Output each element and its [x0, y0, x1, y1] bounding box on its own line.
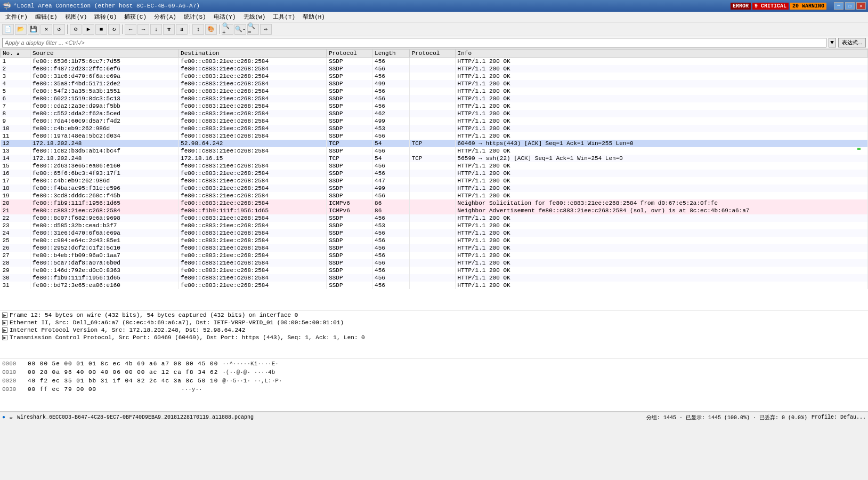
table-row[interactable]: 7fe80::cda2:2a3e:d99a:f5bbfe80::c883:21e…	[1, 102, 868, 110]
table-row[interactable]: 13fe80::1c82:b3d5:ab14:bc4ffe80::c883:21…	[1, 147, 868, 155]
table-row[interactable]: 12172.18.202.24852.98.64.242TCP54TCP6046…	[1, 140, 868, 147]
cell-1: fe80::b4eb:fb09:96a0:1aa7	[30, 252, 178, 259]
table-row[interactable]: 31fe80::bd72:3e65:ea06:e160fe80::c883:21…	[1, 282, 868, 289]
table-row[interactable]: 25fe80::c984:e64c:2d43:85e1fe80::c883:21…	[1, 237, 868, 244]
table-row[interactable]: 24fe80::31e6:d470:6f6a:e69afe80::c883:21…	[1, 229, 868, 237]
table-row[interactable]: 20fe80::f1b9:111f:1956:1d65fe80::c883:21…	[1, 199, 868, 207]
toolbar-back[interactable]: ←	[125, 24, 136, 35]
toolbar-restart[interactable]: ↻	[108, 24, 120, 35]
cell-2: fe80::c883:21ee:c268:2584	[179, 259, 327, 267]
menu-capture[interactable]: 捕获(C)	[121, 12, 150, 21]
menu-help[interactable]: 帮助(H)	[299, 12, 328, 21]
toolbar-colorize[interactable]: 🎨	[205, 24, 217, 35]
menu-wireless[interactable]: 无线(W)	[240, 12, 269, 21]
detail-row[interactable]: ▶Frame 12: 54 bytes on wire (432 bits), …	[2, 311, 866, 319]
menu-file[interactable]: 文件(F)	[2, 12, 31, 21]
toolbar: 📄 📂 💾 ✕ ↺ ⚙ ▶ ■ ↻ ← → ↓ ⇈ ⇊ ↕ 🎨 🔍+ 🔍- 🔍=…	[0, 22, 868, 36]
table-row[interactable]: 29fe80::146d:792e:d0c0:8363fe80::c883:21…	[1, 267, 868, 274]
detail-expand-icon[interactable]: ▶	[2, 335, 7, 340]
col-header-no[interactable]: No. ▲	[1, 50, 30, 58]
cell-2: fe80::c883:21ee:c268:2584	[179, 110, 327, 117]
menu-telephone[interactable]: 电话(Y)	[210, 12, 239, 21]
cell-0: 19	[1, 192, 30, 199]
menu-analyze[interactable]: 分析(A)	[151, 12, 180, 21]
detail-expand-icon[interactable]: ▶	[2, 313, 7, 318]
toolbar-zoom-reset[interactable]: 🔍=	[247, 24, 259, 35]
table-row[interactable]: 4fe80::35a8:f4bd:5171:2de2fe80::c883:21e…	[1, 80, 868, 87]
cell-3: SSDP	[327, 125, 372, 132]
menu-go[interactable]: 跳转(G)	[91, 12, 120, 21]
detail-row[interactable]: ▶Ethernet II, Src: Dell_69:a6:a7 (8c:ec:…	[2, 319, 866, 326]
cell-2: fe80::c883:21ee:c268:2584	[179, 237, 327, 244]
table-row[interactable]: 18fe80::f4ba:ac95:f31e:e596fe80::c883:21…	[1, 185, 868, 192]
table-row[interactable]: 23fe80::d585:32b:cead:b3f7fe80::c883:21e…	[1, 222, 868, 229]
table-row[interactable]: 3fe80::31e6:d470:6f6a:e69afe80::c883:21e…	[1, 73, 868, 80]
close-button[interactable]: ✕	[856, 2, 866, 10]
table-row[interactable]: 26fe80::2952:dcf2:c1f2:5c10fe80::c883:21…	[1, 244, 868, 252]
expression-button[interactable]: 表达式...	[838, 38, 866, 47]
toolbar-open[interactable]: 📂	[15, 24, 27, 35]
menu-edit[interactable]: 编辑(E)	[32, 12, 61, 21]
detail-row[interactable]: ▶Transmission Control Protocol, Src Port…	[2, 334, 866, 341]
table-row[interactable]: 19fe80::3cd8:dddc:260c:f45bfe80::c883:21…	[1, 192, 868, 199]
table-row[interactable]: 14172.18.202.248172.18.16.15TCP54TCP5659…	[1, 155, 868, 162]
table-row[interactable]: 10fe80::c4b:eb9:262:986dfe80::c883:21ee:…	[1, 125, 868, 132]
detail-text: Internet Protocol Version 4, Src: 172.18…	[10, 327, 245, 333]
cell-2: fe80::c883:21ee:c268:2584	[179, 170, 327, 177]
toolbar-zoom-out[interactable]: 🔍-	[234, 24, 246, 35]
detail-text: Frame 12: 54 bytes on wire (432 bits), 5…	[10, 312, 298, 318]
critical-badge: 9 CRITICAL	[752, 3, 789, 10]
toolbar-top[interactable]: ⇈	[163, 24, 175, 35]
table-row[interactable]: 22fe80::8c07:f682:9e6a:9698fe80::c883:21…	[1, 214, 868, 222]
toolbar-save[interactable]: 💾	[28, 24, 39, 35]
col-header-destination[interactable]: Destination	[179, 50, 327, 58]
filter-input[interactable]	[2, 38, 826, 47]
toolbar-capture-opts[interactable]: ⚙	[70, 24, 82, 35]
restore-button[interactable]: ❐	[845, 2, 855, 10]
table-row[interactable]: 5fe80::54f2:3a35:5a3b:1551fe80::c883:21e…	[1, 87, 868, 95]
toolbar-zoom-in[interactable]: 🔍+	[222, 24, 233, 35]
detail-expand-icon[interactable]: ▶	[2, 327, 7, 333]
table-row[interactable]: 15fe80::2d63:3e65:ea06:e160fe80::c883:21…	[1, 162, 868, 170]
table-row[interactable]: 9fe80::7da4:60c9:d5a7:f4d2fe80::c883:21e…	[1, 117, 868, 125]
table-row[interactable]: 6fe80::6022:1519:8dc3:5c13fe80::c883:21e…	[1, 95, 868, 102]
toolbar-reload[interactable]: ↺	[53, 24, 65, 35]
packet-list[interactable]: No. ▲ Source Destination Protocol Length…	[0, 49, 868, 310]
table-row[interactable]: 17fe80::c4b:eb9:262:986dfe80::c883:21ee:…	[1, 177, 868, 185]
toolbar-bottom[interactable]: ⇊	[176, 24, 188, 35]
toolbar-stop[interactable]: ■	[95, 24, 107, 35]
cell-3: SSDP	[327, 65, 372, 73]
table-row[interactable]: 2fe80::f487:2d23:2ffc:6ef6fe80::c883:21e…	[1, 65, 868, 73]
col-header-length[interactable]: Length	[372, 50, 410, 58]
toolbar-new[interactable]: 📄	[2, 24, 14, 35]
col-header-source[interactable]: Source	[30, 50, 178, 58]
table-row[interactable]: 27fe80::b4eb:fb09:96a0:1aa7fe80::c883:21…	[1, 252, 868, 259]
cell-0: 24	[1, 229, 30, 237]
col-header-info[interactable]: Info	[455, 50, 867, 58]
col-header-protocol[interactable]: Protocol	[327, 50, 372, 58]
toolbar-forward[interactable]: →	[137, 24, 149, 35]
menu-tools[interactable]: 工具(T)	[270, 12, 298, 21]
cell-4: 456	[372, 87, 410, 95]
table-row[interactable]: 21fe80::c883:21ee:c268:2584fe80::f1b9:11…	[1, 207, 868, 214]
table-row[interactable]: 8fe80::c552:dda2:f62a:5cedfe80::c883:21e…	[1, 110, 868, 117]
menu-statistics[interactable]: 统计(S)	[181, 12, 209, 21]
toolbar-autoscroll[interactable]: ↕	[192, 24, 204, 35]
cell-0: 7	[1, 102, 30, 110]
toolbar-resize-cols[interactable]: ⇔	[260, 24, 272, 35]
minimize-button[interactable]: —	[834, 2, 843, 10]
toolbar-close[interactable]: ✕	[40, 24, 52, 35]
table-row[interactable]: 16fe80::65f6:6bc3:4f93:17f1fe80::c883:21…	[1, 170, 868, 177]
toolbar-start[interactable]: ▶	[83, 24, 94, 35]
table-row[interactable]: 11fe80::197a:48ea:5bc2:d034fe80::c883:21…	[1, 132, 868, 140]
hex-pane: 000000 00 5e 00 01 01 8c ec 4b 69 a6 a7 …	[0, 358, 868, 412]
menu-view[interactable]: 视图(V)	[62, 12, 91, 21]
col-header-protocol2[interactable]: Protocol	[409, 50, 455, 58]
detail-expand-icon[interactable]: ▶	[2, 320, 7, 325]
table-row[interactable]: 28fe80::5ca7:daf8:a07a:6b0dfe80::c883:21…	[1, 259, 868, 267]
table-row[interactable]: 1fe80::6536:1b75:6cc7:7d55fe80::c883:21e…	[1, 58, 868, 66]
table-row[interactable]: 30fe80::f1b9:111f:1956:1d65fe80::c883:21…	[1, 274, 868, 282]
filter-dropdown-btn[interactable]: ▼	[829, 38, 836, 47]
toolbar-goto[interactable]: ↓	[150, 24, 162, 35]
detail-row[interactable]: ▶Internet Protocol Version 4, Src: 172.1…	[2, 326, 866, 334]
